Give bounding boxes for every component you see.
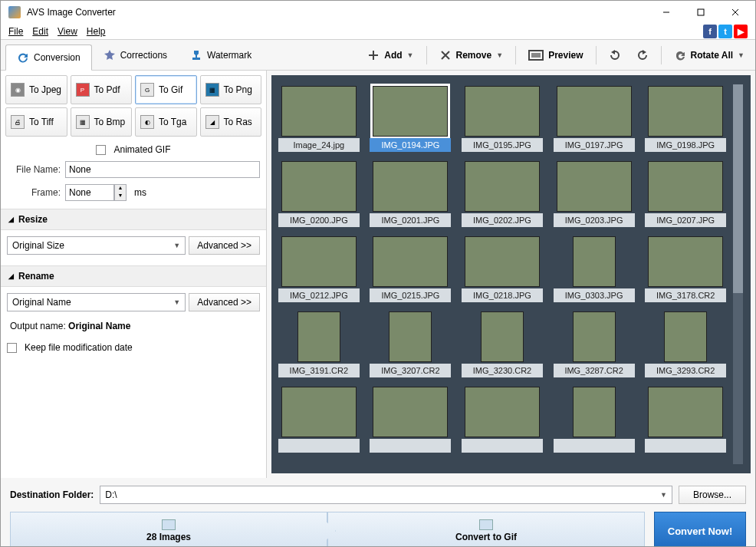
tab-conversion[interactable]: Conversion — [5, 44, 92, 71]
thumbnail-item[interactable]: IMG_0212.JPG — [278, 235, 360, 302]
thumbnail-caption: IMG_0195.JPG — [462, 138, 543, 152]
rename-section-header[interactable]: ◢ Rename — [1, 265, 266, 287]
minimize-button[interactable] — [649, 1, 683, 24]
thumbnail-image — [664, 311, 707, 362]
thumbnail-caption: IMG_0197.JPG — [554, 138, 635, 152]
animated-gif-checkbox[interactable] — [96, 145, 106, 155]
svg-rect-5 — [531, 53, 541, 58]
twitter-icon[interactable]: t — [718, 25, 732, 38]
thumbnail-item[interactable]: IMG_0198.JPG — [644, 84, 727, 152]
format-tga-button[interactable]: ◐To Tga — [135, 107, 197, 137]
thumbnail-item[interactable]: IMG_0207.JPG — [644, 160, 727, 227]
preview-icon — [528, 49, 544, 61]
chevron-down-icon[interactable]: ▼ — [738, 51, 744, 59]
thumbnail-item[interactable] — [461, 385, 544, 453]
youtube-icon[interactable]: ▶ — [734, 25, 748, 38]
thumbnail-caption: IMG_0207.JPG — [645, 213, 726, 227]
format-bmp-button[interactable]: ▦To Bmp — [71, 107, 133, 137]
chevron-down-icon[interactable]: ▼ — [496, 51, 503, 59]
menu-view[interactable]: View — [53, 25, 82, 38]
remove-button[interactable]: Remove ▼ — [433, 46, 510, 64]
thumbnail-item[interactable] — [370, 385, 452, 453]
thumbnail-item[interactable]: IMG_0195.JPG — [461, 84, 544, 152]
thumbnail-item[interactable]: IMG_3287.CR2 — [553, 310, 636, 377]
thumbnail-item[interactable] — [278, 385, 360, 453]
menu-edit[interactable]: Edit — [28, 25, 53, 38]
rename-combo[interactable]: Original Name▼ — [7, 293, 186, 311]
thumbnail-item[interactable]: IMG_3178.CR2 — [644, 235, 727, 302]
chevron-down-icon[interactable]: ▼ — [407, 51, 414, 59]
resize-section-header[interactable]: ◢ Resize — [1, 209, 266, 230]
thumbnail-image — [648, 236, 723, 287]
format-jpeg-button[interactable]: ◉To Jpeg — [5, 75, 67, 104]
maximize-button[interactable] — [683, 1, 718, 24]
preview-button[interactable]: Preview — [522, 46, 589, 64]
filename-input[interactable] — [65, 161, 260, 178]
thumbnail-item[interactable]: IMG_0202.JPG — [461, 160, 544, 227]
thumbnail-item[interactable]: IMG_0218.JPG — [461, 235, 544, 302]
scrollbar[interactable] — [731, 84, 744, 464]
thumbnail-item[interactable]: IMG_0200.JPG — [278, 160, 360, 227]
format-ras-button[interactable]: ◢To Ras — [200, 107, 262, 137]
thumbnail-item[interactable]: IMG_0197.JPG — [553, 84, 636, 152]
rename-advanced-button[interactable]: Advanced >> — [189, 293, 260, 311]
scrollbar-thumb[interactable] — [733, 84, 743, 293]
convert-now-button[interactable]: Convert Now! — [654, 512, 746, 547]
thumbnail-caption: IMG_0303.JPG — [554, 288, 635, 302]
tab-corrections[interactable]: Corrections — [92, 42, 179, 68]
thumbnail-image — [389, 311, 432, 362]
thumbnail-item[interactable]: Image_24.jpg — [278, 84, 360, 152]
main-tab-bar: Conversion Corrections Watermark Add ▼ R… — [1, 40, 755, 71]
close-button[interactable] — [718, 1, 752, 24]
frame-input[interactable] — [65, 184, 114, 201]
menu-help[interactable]: Help — [82, 25, 110, 38]
format-png-button[interactable]: ▦To Png — [200, 75, 262, 104]
frame-spin-up[interactable]: ▲ — [115, 185, 126, 193]
thumbnail-caption: IMG_0200.JPG — [278, 213, 360, 227]
frame-label: Frame: — [7, 187, 61, 198]
refresh-icon — [17, 51, 29, 64]
thumbnail-item[interactable]: IMG_3293.CR2 — [644, 310, 727, 377]
app-icon — [8, 6, 21, 18]
dest-label: Destination Folder: — [10, 489, 94, 500]
frame-spin-down[interactable]: ▼ — [115, 193, 126, 200]
thumbnail-item[interactable]: IMG_0203.JPG — [553, 160, 636, 227]
browse-button[interactable]: Browse... — [679, 486, 746, 504]
rotate-all-icon — [674, 49, 686, 61]
thumbnail-item[interactable]: IMG_0201.JPG — [370, 160, 452, 227]
dest-folder-combo[interactable]: D:\▼ — [100, 486, 672, 504]
thumbnail-item[interactable]: IMG_0194.JPG — [370, 84, 452, 152]
thumbnail-item[interactable] — [553, 385, 636, 453]
format-pdf-button[interactable]: PTo Pdf — [71, 75, 133, 104]
format-gif-button[interactable]: GTo Gif — [135, 75, 197, 104]
x-icon — [439, 49, 452, 61]
thumbnail-image — [573, 236, 616, 287]
thumbnail-caption — [645, 439, 726, 453]
thumbnail-caption: IMG_0218.JPG — [462, 288, 543, 302]
thumbnail-item[interactable]: IMG_3207.CR2 — [370, 310, 452, 377]
tiff-icon: 🖨 — [11, 115, 25, 129]
keep-date-checkbox[interactable] — [7, 343, 17, 353]
rotate-left-button[interactable] — [603, 46, 627, 64]
format-tiff-button[interactable]: 🖨To Tiff — [5, 107, 67, 137]
thumbnail-caption: IMG_3230.CR2 — [462, 364, 543, 377]
thumbnail-image — [465, 86, 540, 137]
resize-combo[interactable]: Original Size▼ — [7, 236, 186, 255]
facebook-icon[interactable]: f — [703, 25, 717, 38]
thumbnail-item[interactable]: IMG_3230.CR2 — [461, 310, 544, 377]
rotate-right-button[interactable] — [630, 46, 655, 64]
thumbnail-image — [573, 311, 616, 362]
tab-watermark[interactable]: Watermark — [179, 42, 263, 68]
title-bar: AVS Image Converter — [1, 1, 755, 24]
rotate-all-button[interactable]: Rotate All ▼ — [668, 46, 751, 64]
thumbnail-caption — [278, 439, 360, 453]
thumbnail-item[interactable]: IMG_0215.JPG — [370, 235, 452, 302]
menu-file[interactable]: File — [4, 25, 28, 38]
thumbnail-item[interactable] — [644, 385, 727, 453]
thumbnail-item[interactable]: IMG_3191.CR2 — [278, 310, 360, 377]
resize-advanced-button[interactable]: Advanced >> — [189, 236, 260, 255]
thumbnail-caption: IMG_0212.JPG — [278, 288, 360, 302]
thumbnail-item[interactable]: IMG_0303.JPG — [553, 235, 636, 302]
window-title: AVS Image Converter — [25, 7, 649, 18]
add-button[interactable]: Add ▼ — [361, 46, 419, 64]
